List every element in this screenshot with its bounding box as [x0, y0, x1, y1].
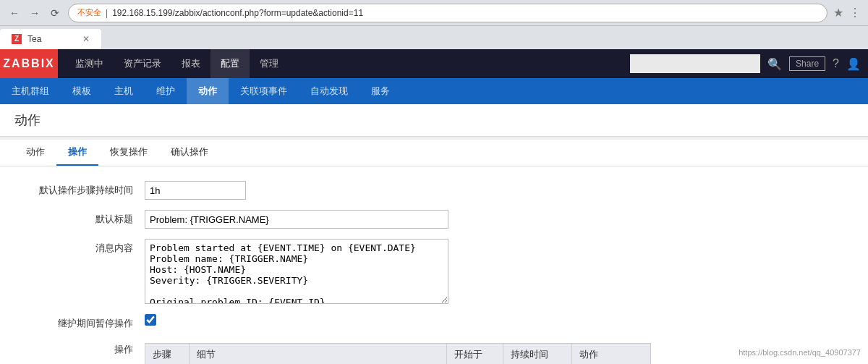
reload-button[interactable]: ⟳	[48, 6, 62, 20]
tab-bar: Z Tea ✕	[0, 26, 868, 49]
maintenance-checkbox-wrapper	[145, 314, 156, 326]
tab-recovery[interactable]: 恢复操作	[98, 140, 159, 166]
sub-tabs: 动作 操作 恢复操作 确认操作	[0, 140, 868, 166]
operations-row: 操作 步骤 细节 开始于 持续时间 动作 1 发送消息给用	[29, 340, 839, 364]
address-bar[interactable]: 不安全 | 192.168.15.199/zabbix/actionconf.p…	[68, 4, 827, 22]
user-icon[interactable]: 👤	[846, 57, 861, 71]
top-menu-assets[interactable]: 资产记录	[114, 49, 171, 78]
watermark: https://blog.csdn.net/qq_40907377	[739, 348, 861, 357]
nav-event-corr[interactable]: 关联项事件	[229, 78, 299, 104]
duration-input[interactable]	[145, 181, 246, 200]
subject-row: 默认标题	[29, 210, 839, 229]
nav-services[interactable]: 服务	[359, 78, 401, 104]
form-section: 默认操作步骤持续时间 默认标题 消息内容 Problem started at …	[0, 166, 868, 364]
bookmark-icon[interactable]: ★	[833, 6, 843, 20]
top-menu-config[interactable]: 配置	[210, 49, 250, 78]
menu-icon[interactable]: ⋮	[849, 6, 861, 20]
top-menu-reports[interactable]: 报表	[171, 49, 210, 78]
maintenance-label: 继护期间暂停操作	[29, 314, 145, 330]
tab-title: Tea	[27, 34, 41, 44]
col-duration: 持续时间	[503, 344, 572, 365]
page-header: 动作	[0, 104, 868, 137]
maintenance-row: 继护期间暂停操作	[29, 314, 839, 330]
zabbix-logo: ZABBIX	[0, 49, 58, 78]
url-text: 192.168.15.199/zabbix/actionconf.php?for…	[112, 8, 363, 18]
tab-confirm[interactable]: 确认操作	[159, 140, 220, 166]
message-textarea[interactable]: Problem started at {EVENT.TIME} on {EVEN…	[145, 239, 448, 304]
top-navigation: ZABBIX 监测中 资产记录 报表 配置 管理 🔍 Share ? 👤	[0, 49, 868, 78]
search-icon[interactable]: 🔍	[767, 57, 782, 71]
share-button[interactable]: Share	[789, 56, 825, 71]
browser-tab[interactable]: Z Tea ✕	[0, 29, 101, 49]
security-warning: 不安全	[77, 7, 101, 18]
nav-discovery[interactable]: 自动发现	[299, 78, 359, 104]
nav-templates[interactable]: 模板	[61, 78, 103, 104]
help-icon[interactable]: ?	[833, 57, 839, 70]
duration-label: 默认操作步骤持续时间	[29, 181, 145, 197]
nav-maintenance[interactable]: 维护	[145, 78, 187, 104]
top-menu-monitor[interactable]: 监测中	[65, 49, 114, 78]
nav-actions[interactable]: 动作	[187, 78, 229, 104]
operations-table: 步骤 细节 开始于 持续时间 动作 1 发送消息给用户: zxx (zxx zx…	[145, 343, 651, 364]
col-start: 开始于	[447, 344, 503, 365]
col-detail: 细节	[190, 344, 447, 365]
col-action: 动作	[571, 344, 650, 365]
maintenance-checkbox[interactable]	[145, 314, 156, 326]
favicon: Z	[12, 34, 22, 44]
tab-operations[interactable]: 操作	[56, 140, 98, 166]
forward-button[interactable]: →	[27, 6, 42, 20]
duration-row: 默认操作步骤持续时间	[29, 181, 839, 200]
message-label: 消息内容	[29, 239, 145, 255]
secondary-navigation: 主机群组 模板 主机 维护 动作 关联项事件 自动发现 服务	[0, 78, 868, 104]
nav-hosts[interactable]: 主机	[103, 78, 145, 104]
tab-action[interactable]: 动作	[14, 140, 56, 166]
top-menu: 监测中 资产记录 报表 配置 管理	[65, 49, 289, 78]
back-button[interactable]: ←	[7, 6, 22, 20]
top-menu-admin[interactable]: 管理	[250, 49, 289, 78]
subject-input[interactable]	[145, 210, 448, 229]
browser-bar: ← → ⟳ 不安全 | 192.168.15.199/zabbix/action…	[0, 0, 868, 26]
operations-label: 操作	[29, 340, 145, 356]
top-nav-right: 🔍 Share ? 👤	[630, 54, 868, 73]
subject-label: 默认标题	[29, 210, 145, 226]
page-title: 动作	[14, 111, 854, 129]
nav-hostgroups[interactable]: 主机群组	[0, 78, 61, 104]
search-input[interactable]	[630, 54, 760, 73]
col-step: 步骤	[145, 344, 190, 365]
close-tab-icon[interactable]: ✕	[82, 34, 90, 44]
operations-table-wrapper: 步骤 细节 开始于 持续时间 动作 1 发送消息给用户: zxx (zxx zx…	[145, 343, 651, 364]
message-row: 消息内容 Problem started at {EVENT.TIME} on …	[29, 239, 839, 304]
